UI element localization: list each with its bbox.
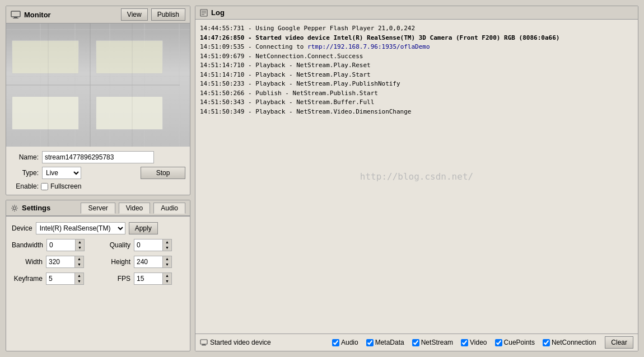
tab-server[interactable]: Server (81, 203, 115, 214)
status-icon (200, 339, 208, 346)
keyframe-label: Keyframe (12, 275, 43, 283)
checkbox-label-metadata: MetaData (375, 339, 404, 346)
svg-rect-0 (11, 11, 20, 17)
keyframe-input[interactable] (46, 273, 74, 284)
monitor-video (6, 24, 190, 147)
log-entry: 14:51:14:710 - Playback - NetStream.Play… (200, 61, 633, 71)
name-label: Name: (11, 153, 39, 161)
log-entry: 14:51:50:266 - Publish - NetStream.Publi… (200, 89, 633, 98)
bandwidth-down[interactable]: ▼ (75, 245, 84, 251)
fps-label: FPS (100, 275, 130, 283)
log-entry: 14:44:55:731 - Using Google Pepper Flash… (200, 24, 633, 34)
settings-content: Device Intel(R) RealSense(TM) Apply Band… (6, 216, 190, 290)
width-label: Width (12, 258, 43, 266)
checkbox-netconnection[interactable] (543, 339, 550, 346)
bandwidth-label: Bandwidth (12, 241, 43, 249)
checkbox-label-netstream: NetStream (421, 339, 453, 346)
checkbox-item: CuePoints (495, 339, 535, 346)
log-entry: 14:51:50:349 - Playback - NetStream.Vide… (200, 107, 633, 117)
svg-rect-2 (13, 18, 18, 18)
checkbox-label-cuepoints: CuePoints (504, 339, 535, 346)
settings-header: Settings Server Video Audio (6, 200, 190, 216)
publish-button[interactable]: Publish (151, 8, 185, 21)
quality-down[interactable]: ▼ (162, 245, 171, 251)
bandwidth-up[interactable]: ▲ (75, 239, 84, 245)
log-entry: 14:47:26:850 - Started video device Inte… (200, 34, 633, 43)
height-down[interactable]: ▼ (162, 262, 171, 267)
tab-audio[interactable]: Audio (153, 203, 185, 214)
checkbox-item: NetStream (412, 339, 453, 346)
monitor-controls: Name: Type: Live Record Append Stop (6, 147, 190, 195)
checkbox-audio[interactable] (332, 339, 339, 346)
monitor-title: Monitor (24, 11, 118, 19)
checkbox-label-audio: Audio (341, 339, 358, 346)
svg-point-7 (13, 206, 16, 209)
fps-down[interactable]: ▼ (162, 279, 171, 284)
keyframe-up[interactable]: ▲ (74, 273, 83, 279)
width-input[interactable] (46, 256, 74, 267)
width-spinner: ▲ ▼ (46, 256, 84, 268)
checkbox-item: MetaData (366, 339, 404, 346)
checkbox-item: Audio (332, 339, 358, 346)
log-title: Log (211, 8, 633, 17)
log-content: http://blog.csdn.net/ 14:44:55:731 - Usi… (195, 20, 638, 333)
apply-button[interactable]: Apply (129, 222, 158, 234)
checkbox-label-video: Video (470, 339, 487, 346)
quality-spinner: ▲ ▼ (134, 239, 172, 251)
log-entry: 14:51:09:535 - Connecting to rtmp://192.… (200, 43, 633, 52)
quality-input[interactable] (134, 239, 162, 251)
log-entry: 14:51:50:233 - Playback - NetStream.Play… (200, 79, 633, 89)
settings-icon (11, 204, 18, 212)
checkbox-item: NetConnection (543, 339, 596, 346)
device-label: Device (12, 224, 32, 232)
height-input[interactable] (134, 256, 162, 267)
type-select[interactable]: Live Record Append (42, 167, 81, 179)
checkbox-video[interactable] (461, 339, 468, 346)
log-entries: 14:44:55:731 - Using Google Pepper Flash… (200, 24, 633, 116)
width-up[interactable]: ▲ (74, 256, 83, 262)
height-label: Height (100, 258, 130, 266)
ceiling-grid (6, 24, 190, 147)
enable-label: Enable: (11, 182, 39, 190)
fps-spinner: ▲ ▼ (134, 273, 172, 285)
checkbox-cuepoints[interactable] (495, 339, 502, 346)
svg-rect-1 (14, 17, 17, 18)
log-entry: 14:51:14:710 - Playback - NetStream.Play… (200, 71, 633, 80)
log-link: rtmp://192.168.7.96:1935/oflaDemo (307, 43, 430, 50)
checkbox-label-netconnection: NetConnection (552, 339, 596, 346)
fullscreen-label: Fullscreen (50, 182, 81, 190)
keyframe-spinner: ▲ ▼ (46, 273, 84, 285)
settings-title: Settings (22, 204, 77, 212)
tab-video[interactable]: Video (119, 203, 150, 214)
svg-rect-14 (202, 345, 206, 346)
status-bar: Started video device AudioMetaDataNetStr… (195, 333, 638, 351)
name-input[interactable] (42, 151, 154, 163)
quality-up[interactable]: ▲ (162, 239, 171, 245)
monitor-icon (11, 11, 21, 18)
log-entry: 14:51:09:679 - NetConnection.Connect.Suc… (200, 52, 633, 62)
quality-label: Quality (100, 241, 130, 249)
clear-button[interactable]: Clear (605, 336, 633, 349)
checkbox-metadata[interactable] (366, 339, 374, 346)
fullscreen-checkbox[interactable] (41, 183, 48, 190)
bandwidth-input[interactable] (47, 239, 75, 251)
bandwidth-spinner: ▲ ▼ (46, 239, 85, 251)
log-icon (200, 9, 208, 17)
log-watermark: http://blog.csdn.net/ (360, 170, 473, 184)
keyframe-down[interactable]: ▼ (74, 279, 83, 284)
stop-button[interactable]: Stop (141, 167, 185, 179)
checkbox-netstream[interactable] (412, 339, 419, 346)
status-text: Started video device (210, 339, 271, 346)
fps-input[interactable] (134, 273, 162, 284)
width-down[interactable]: ▼ (74, 262, 83, 267)
fps-up[interactable]: ▲ (162, 273, 171, 279)
log-entry: 14:51:50:343 - Playback - NetStream.Buff… (200, 98, 633, 107)
checkbox-item: Video (461, 339, 487, 346)
log-header: Log (195, 6, 638, 20)
height-up[interactable]: ▲ (162, 256, 171, 262)
view-button[interactable]: View (121, 8, 148, 21)
type-label: Type: (11, 169, 39, 177)
svg-rect-13 (202, 344, 206, 345)
device-select[interactable]: Intel(R) RealSense(TM) (36, 222, 125, 234)
svg-rect-12 (200, 340, 207, 344)
